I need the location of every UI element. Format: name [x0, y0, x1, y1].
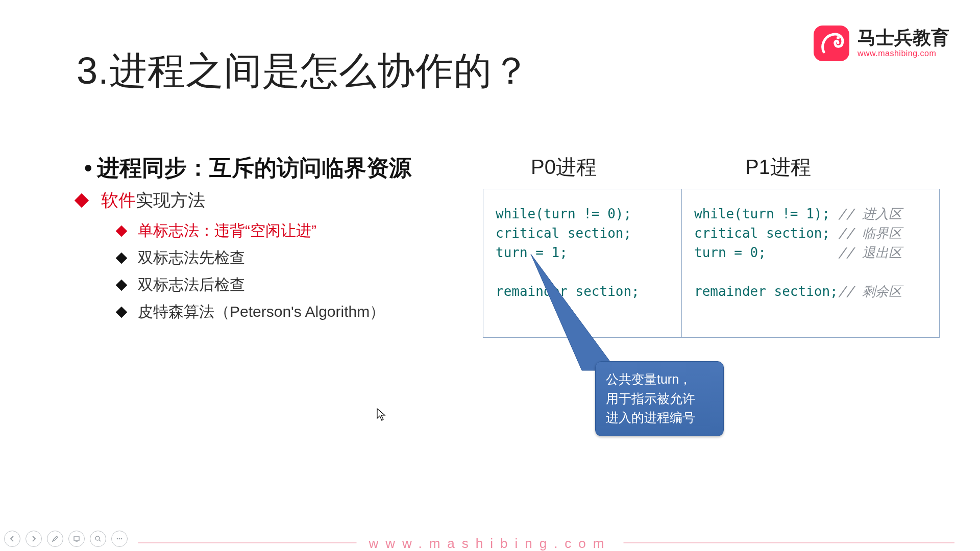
- magnifier-icon: [94, 535, 102, 542]
- brand-logo: 马士兵教育 www.mashibing.com: [814, 26, 949, 61]
- p1-label: P1进程: [745, 153, 811, 181]
- main-bullet: 软件实现方法: [77, 189, 205, 217]
- code-comment: // 临界区: [838, 226, 902, 241]
- slide: 马士兵教育 www.mashibing.com 3.进程之间是怎么协作的？ •进…: [0, 0, 980, 551]
- sub-bullet-row: 单标志法：违背“空闲让进”: [117, 220, 385, 241]
- code-line: while(turn != 1);: [694, 206, 838, 221]
- display-settings-button[interactable]: [68, 531, 85, 547]
- p0-code-panel: while(turn != 0); critical section; turn…: [483, 189, 681, 338]
- code-line: while(turn != 0);: [496, 206, 631, 221]
- svg-line-5: [99, 540, 101, 541]
- diamond-icon: [116, 306, 128, 318]
- svg-rect-2: [74, 537, 79, 540]
- p0-label: P0进程: [531, 153, 597, 181]
- sub-bullet-text: 单标志法：违背“空闲让进”: [138, 220, 316, 241]
- callout-line: 进入的进程编号: [606, 410, 695, 424]
- code-comment: // 进入区: [838, 206, 902, 221]
- svg-point-4: [95, 536, 100, 540]
- sub-bullet-text: 皮特森算法（Peterson's Algorithm）: [138, 302, 385, 322]
- code-line: turn = 0;: [694, 245, 838, 260]
- code-line: critical section;: [694, 226, 838, 241]
- brand-text: 马士兵教育 www.mashibing.com: [857, 29, 949, 58]
- slide-subtitle: •进程同步：互斥的访问临界资源: [84, 153, 411, 183]
- chevron-right-icon: [30, 535, 37, 542]
- pen-tool-button[interactable]: [47, 531, 63, 547]
- footer-url: www.mashibing.com: [357, 536, 624, 551]
- code-line: turn = 1;: [496, 245, 568, 260]
- ellipsis-icon: [116, 535, 123, 542]
- mouse-cursor-icon: [377, 408, 387, 421]
- callout-box: 公共变量turn， 用于指示被允许 进入的进程编号: [595, 361, 724, 436]
- zoom-button[interactable]: [90, 531, 106, 547]
- sub-bullet-row: 双标志法先检查: [117, 247, 385, 268]
- bullet-highlight: 软件: [101, 190, 136, 210]
- bullet-rest: 实现方法: [136, 190, 205, 210]
- brand-name-cn: 马士兵教育: [857, 29, 949, 47]
- more-options-button[interactable]: [111, 531, 128, 547]
- code-line: remainder section;: [496, 284, 640, 299]
- callout-line: 用于指示被允许: [606, 391, 695, 406]
- next-slide-button[interactable]: [26, 531, 42, 547]
- svg-point-7: [119, 538, 120, 540]
- code-panel-group: while(turn != 0); critical section; turn…: [483, 189, 940, 338]
- bullet-text: 软件实现方法: [101, 189, 205, 212]
- sub-bullet-row: 双标志法后检查: [117, 274, 385, 295]
- code-comment: // 退出区: [838, 245, 902, 260]
- sub-bullet-row: 皮特森算法（Peterson's Algorithm）: [117, 302, 385, 322]
- code-line: remainder section;: [694, 284, 838, 299]
- callout-line: 公共变量turn，: [606, 372, 692, 386]
- svg-point-8: [121, 538, 122, 540]
- chevron-left-icon: [9, 535, 16, 542]
- slide-title: 3.进程之间是怎么协作的？: [77, 46, 530, 97]
- presenter-controls: [4, 531, 128, 547]
- diamond-icon: [116, 225, 128, 237]
- screen-icon: [73, 535, 80, 542]
- brand-url: www.mashibing.com: [857, 49, 949, 58]
- sub-bullet-list: 单标志法：违背“空闲让进” 双标志法先检查 双标志法后检查 皮特森算法（Pete…: [117, 220, 385, 329]
- prev-slide-button[interactable]: [4, 531, 20, 547]
- svg-point-6: [117, 538, 118, 540]
- pen-icon: [52, 535, 59, 542]
- sub-bullet-text: 双标志法后检查: [138, 274, 245, 295]
- code-line: critical section;: [496, 226, 631, 241]
- diamond-icon: [116, 252, 128, 264]
- svg-point-0: [837, 36, 840, 39]
- bullet-row: 软件实现方法: [77, 189, 205, 212]
- sub-bullet-text: 双标志法先检查: [138, 247, 245, 268]
- bullet-dot-icon: •: [84, 155, 92, 180]
- diamond-icon: [116, 279, 128, 291]
- subtitle-text: 进程同步：互斥的访问临界资源: [97, 155, 411, 180]
- p1-code-panel: while(turn != 1); // 进入区 critical sectio…: [681, 189, 940, 338]
- code-comment: // 剩余区: [838, 284, 902, 299]
- diamond-icon: [75, 193, 89, 208]
- brand-mark-icon: [814, 26, 849, 61]
